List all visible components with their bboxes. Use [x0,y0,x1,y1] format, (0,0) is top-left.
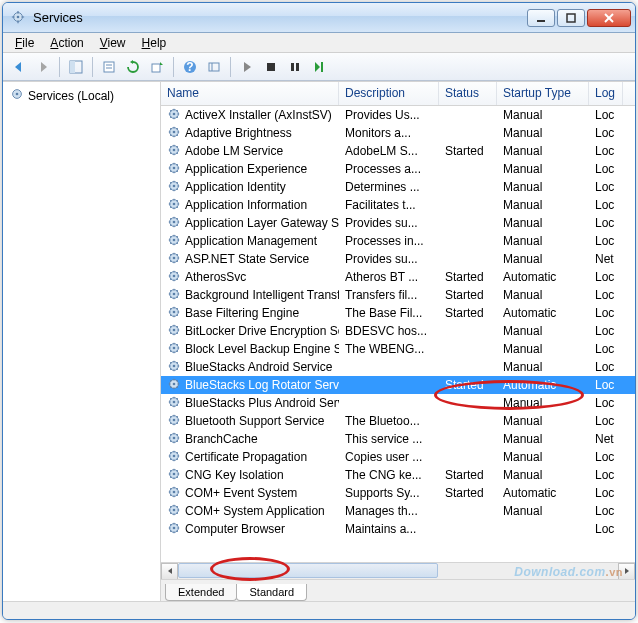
scroll-thumb[interactable] [178,563,438,578]
service-row[interactable]: Application ExperienceProcesses a...Manu… [161,160,635,178]
sidebar-item-services-local[interactable]: Services (Local) [3,82,160,109]
right-pane: Name Description Status Startup Type Log… [161,82,635,601]
cell-startup-type: Manual [497,503,589,519]
svg-rect-23 [321,62,323,72]
tab-extended[interactable]: Extended [165,584,237,601]
service-row[interactable]: Block Level Backup Engine Ser...The WBEN… [161,340,635,358]
scroll-track[interactable] [178,563,618,580]
back-button[interactable] [7,55,31,79]
service-name-text: Background Intelligent Transf... [185,288,339,302]
cell-description: Manages th... [339,503,439,519]
cell-status [439,114,497,116]
service-icon [167,269,181,286]
service-row[interactable]: Application IdentityDetermines ...Manual… [161,178,635,196]
svg-point-27 [173,112,176,115]
stop-service-button[interactable] [259,55,283,79]
col-header-name[interactable]: Name [161,82,339,105]
service-icon [167,251,181,268]
cell-status: Started [439,377,497,393]
refresh-button[interactable] [121,55,145,79]
service-row[interactable]: BitLocker Drive Encryption Ser...BDESVC … [161,322,635,340]
cell-startup-type: Manual [497,251,589,267]
service-row[interactable]: Application Layer Gateway Ser...Provides… [161,214,635,232]
svg-point-77 [173,202,176,205]
properties-button[interactable] [97,55,121,79]
service-row[interactable]: CNG Key IsolationThe CNG ke...StartedMan… [161,466,635,484]
sidebar: Services (Local) [3,82,161,601]
service-row[interactable]: COM+ System ApplicationManages th...Manu… [161,502,635,520]
col-header-logon[interactable]: Log [589,82,623,105]
cell-description: The Bluetoo... [339,413,439,429]
service-row[interactable]: Adaptive BrightnessMonitors a...ManualLo… [161,124,635,142]
service-row[interactable]: Base Filtering EngineThe Base Fil...Star… [161,304,635,322]
service-row[interactable]: Background Intelligent Transf...Transfer… [161,286,635,304]
toolbar-misc-button[interactable] [202,55,226,79]
cell-logon: Loc [589,377,623,393]
maximize-button[interactable] [557,9,585,27]
service-row[interactable]: Computer BrowserMaintains a...Loc [161,520,635,538]
minimize-button[interactable] [527,9,555,27]
service-icon [167,305,181,322]
service-row[interactable]: AtherosSvcAtheros BT ...StartedAutomatic… [161,268,635,286]
titlebar[interactable]: Services [3,3,635,33]
cell-startup-type: Manual [497,395,589,411]
service-row[interactable]: Bluetooth Support ServiceThe Bluetoo...M… [161,412,635,430]
cell-startup-type: Manual [497,179,589,195]
export-button[interactable] [145,55,169,79]
col-header-startup-type[interactable]: Startup Type [497,82,589,105]
service-row[interactable]: Adobe LM ServiceAdobeLM S...StartedManua… [161,142,635,160]
grid-body[interactable]: ActiveX Installer (AxInstSV)Provides Us.… [161,106,635,562]
forward-button[interactable] [31,55,55,79]
svg-point-187 [173,400,176,403]
toolbar: ? [3,53,635,81]
cell-logon: Loc [589,305,623,321]
service-row[interactable]: COM+ Event SystemSupports Sy...StartedAu… [161,484,635,502]
service-row[interactable]: Application InformationFacilitates t...M… [161,196,635,214]
service-name-text: CNG Key Isolation [185,468,284,482]
cell-description: The CNG ke... [339,467,439,483]
main-area: Services (Local) Name Description Status… [3,81,635,601]
cell-name: ActiveX Installer (AxInstSV) [161,106,339,125]
horizontal-scrollbar[interactable] [161,562,635,579]
service-row[interactable]: BlueStacks Log Rotator ServiceStartedAut… [161,376,635,394]
cell-description: BDESVC hos... [339,323,439,339]
scroll-left-button[interactable] [161,563,178,580]
scroll-right-button[interactable] [618,563,635,580]
service-row[interactable]: BranchCacheThis service ...ManualNet [161,430,635,448]
help-button[interactable]: ? [178,55,202,79]
service-icon [167,179,181,196]
service-row[interactable]: BlueStacks Android ServiceManualLoc [161,358,635,376]
cell-name: COM+ System Application [161,502,339,521]
cell-startup-type [497,528,589,530]
cell-status: Started [439,305,497,321]
service-row[interactable]: Application ManagementProcesses in...Man… [161,232,635,250]
service-row[interactable]: ASP.NET State ServiceProvides su...Manua… [161,250,635,268]
service-icon [167,467,181,484]
menubar: File Action View Help [3,33,635,53]
menu-help[interactable]: Help [134,34,175,52]
cell-name: BranchCache [161,430,339,449]
col-header-description[interactable]: Description [339,82,439,105]
service-name-text: AtherosSvc [185,270,246,284]
service-row[interactable]: ActiveX Installer (AxInstSV)Provides Us.… [161,106,635,124]
restart-service-button[interactable] [307,55,331,79]
cell-startup-type: Automatic [497,269,589,285]
close-button[interactable] [587,9,631,27]
menu-view[interactable]: View [92,34,134,52]
tab-standard[interactable]: Standard [236,584,307,601]
menu-action[interactable]: Action [42,34,91,52]
service-icon [167,125,181,142]
start-service-button[interactable] [235,55,259,79]
pause-service-button[interactable] [283,55,307,79]
cell-description [339,366,439,368]
service-row[interactable]: BlueStacks Plus Android Servi...ManualLo… [161,394,635,412]
col-header-status[interactable]: Status [439,82,497,105]
service-row[interactable]: Certificate PropagationCopies user ...Ma… [161,448,635,466]
show-hide-tree-button[interactable] [64,55,88,79]
menu-file[interactable]: File [7,34,42,52]
svg-rect-12 [104,62,114,72]
cell-startup-type: Automatic [497,305,589,321]
cell-name: Certificate Propagation [161,448,339,467]
cell-description: Atheros BT ... [339,269,439,285]
service-icon [167,413,181,430]
